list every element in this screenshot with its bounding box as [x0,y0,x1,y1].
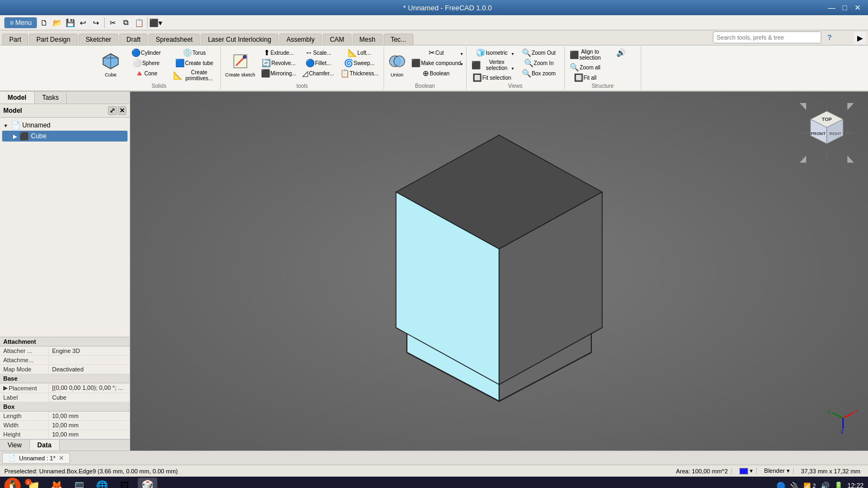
panel-expand-button[interactable]: ⤢ [108,106,117,115]
tab-assembly[interactable]: Assembly [279,34,322,45]
redo-button[interactable]: ↪ [90,17,102,29]
prop-map-mode[interactable]: Map Mode Deactivated [0,365,130,374]
fit-all-button[interactable]: 🔲 Fit all [567,73,603,82]
help-button[interactable]: ? [824,31,835,43]
tree-item-cube[interactable]: ▶ ⬛ Cube [2,131,127,142]
fit-selection-button[interactable]: 🔲 Fit selection [469,73,515,82]
maximize-button[interactable]: □ [839,2,851,13]
zoom-in-icon: 🔍 [524,59,533,67]
tab-draft[interactable]: Draft [119,34,148,45]
close-button[interactable]: ✕ [852,2,864,13]
chamfer-button[interactable]: ◿ Chamfer... [299,68,336,78]
tree-item-unnamed[interactable]: ▾ 📄 Unnamed [2,120,127,131]
vertex-selection-button[interactable]: ⬛ Vertex selection [469,58,515,72]
new-file-button[interactable]: 🗋 [38,17,50,29]
tab-laser[interactable]: Laser Cut Interlocking [201,34,278,45]
copy-button[interactable]: ⧉ [120,17,132,29]
zoom-all-button[interactable]: 🔍 Zoom all [567,62,603,72]
firefox-button[interactable]: 🦊 [47,478,66,488]
zoom-out-button[interactable]: 🔍 Zoom Out [515,48,562,57]
macros-button[interactable]: ⬛▾ [150,17,162,29]
svg-text:FRONT: FRONT [810,131,826,136]
toolbar-group-tools: Create sketch ⬆ Extrude... 🔄 Revolve... … [221,47,384,89]
create-sketch-label: Create sketch [225,73,256,78]
cube-3d-main [358,119,640,412]
status-nav-mode[interactable]: Blender ▾ [761,467,794,474]
tube-icon: 🟦 [175,59,184,67]
cut-button[interactable]: ✂ [107,17,119,29]
tab-mesh[interactable]: Mesh [353,34,382,45]
files-button[interactable]: 📁 2 [24,478,43,488]
paste-button[interactable]: 📋 [133,17,145,29]
tools-rows1: ⬆ Extrude... 🔄 Revolve... ⬛ Mirroring... [258,48,299,82]
start-button[interactable]: 🐧 [4,478,21,488]
box-zoom-button[interactable]: 🔍 Box zoom [515,68,562,78]
tab-sketcher[interactable]: Sketcher [79,34,118,45]
undo-button[interactable]: ↩ [77,17,89,29]
more-tabs-button[interactable]: ▶ [854,32,866,44]
sweep-button[interactable]: 🌀 Sweep... [337,58,381,68]
prop-label-row[interactable]: Label Cube [0,393,130,402]
doc-tab-close-button[interactable]: ✕ [59,454,64,462]
scale-button[interactable]: ↔ Scale... [299,48,336,57]
doc-tab-unnamed[interactable]: 📄 Unnamed : 1* ✕ [2,453,70,464]
isometric-button[interactable]: 🧊 Isometric [469,48,515,57]
mirroring-button[interactable]: ⬛ Mirroring... [258,68,299,78]
create-primitives-button[interactable]: 📐 Create primitives... [170,68,218,82]
tab-tech[interactable]: Tec... [384,34,413,45]
status-color-swatch[interactable]: ▾ [736,467,757,474]
torus-button[interactable]: 💿 Torus [170,48,218,57]
tab-data[interactable]: Data [30,440,60,451]
tab-tasks[interactable]: Tasks [35,92,67,104]
create-tube-button[interactable]: 🟦 Create tube [170,58,218,68]
prop-placement[interactable]: ▶Placement [(0,00 0,00 1,00); 0,00 °; ..… [0,383,130,393]
prop-attacher[interactable]: Attacher ... Engine 3D [0,346,130,356]
tab-part[interactable]: Part [2,34,28,45]
tab-part-design[interactable]: Part Design [29,34,78,45]
union-button[interactable]: Union [386,48,408,82]
cut-button[interactable]: ✂ Cut [409,48,464,57]
align-to-selection-button[interactable]: ⬛ Align to selection [567,48,603,62]
prop-length[interactable]: Length 10,00 mm [0,412,130,421]
freecad-button[interactable]: 🎲 [138,478,157,488]
make-compound-button[interactable]: ⬛ Make compound [409,58,464,68]
menu-button[interactable]: ≡ Menu [4,17,37,28]
app5-button[interactable]: 🖼 [115,478,135,488]
prop-attachment[interactable]: Attachme... [0,356,130,365]
tab-spreadsheet[interactable]: Spreadsheet [149,34,200,45]
tab-view[interactable]: View [0,440,30,451]
terminal-button[interactable]: 💻 [69,478,89,488]
search-input[interactable] [713,31,821,43]
minimize-button[interactable]: — [826,2,838,13]
loft-button[interactable]: 📐 Loft... [337,48,381,57]
thickness-button[interactable]: 📋 Thickness... [337,68,381,78]
sphere-button[interactable]: ⚪ Sphere [122,58,170,68]
structure-special-button[interactable]: 🔊 [604,48,638,57]
save-file-button[interactable]: 💾 [64,17,76,29]
cone-button[interactable]: 🔺 Cone [122,68,170,78]
nav-cube[interactable]: TOP FRONT RIGHT [794,100,859,165]
prop-width[interactable]: Width 10,00 mm [0,421,130,430]
tab-cam[interactable]: CAM [323,34,352,45]
extrude-button[interactable]: ⬆ Extrude... [258,48,299,57]
panel-header-label: Model [3,107,22,114]
create-sketch-button[interactable]: Create sketch [223,48,258,82]
prop-height[interactable]: Height 10,00 mm [0,430,130,439]
statusbar-area: Area: 100,00 mm^2 [676,468,728,474]
fillet-button[interactable]: 🔵 Fillet... [299,58,336,68]
torus-label: Torus [193,50,206,56]
panel-close-button[interactable]: ✕ [118,106,126,115]
revolve-button[interactable]: 🔄 Revolve... [258,58,299,68]
svg-text:y: y [828,408,831,414]
zoom-in-button[interactable]: 🔍 Zoom In [515,58,562,68]
boolean-button[interactable]: ⊕ Boolean [409,68,464,78]
cube-button[interactable]: Cube [100,48,122,82]
viewport[interactable]: TOP FRONT RIGHT x y [130,92,868,451]
color-swatch[interactable] [739,468,748,474]
tab-model[interactable]: Model [0,92,35,104]
app4-button[interactable]: 🌐 [92,478,112,488]
cylinder-button[interactable]: 🔵 Cylinder [122,48,170,57]
tree-label-unnamed: Unnamed [22,121,50,129]
revolve-label: Revolve... [271,60,295,66]
open-file-button[interactable]: 📂 [51,17,63,29]
